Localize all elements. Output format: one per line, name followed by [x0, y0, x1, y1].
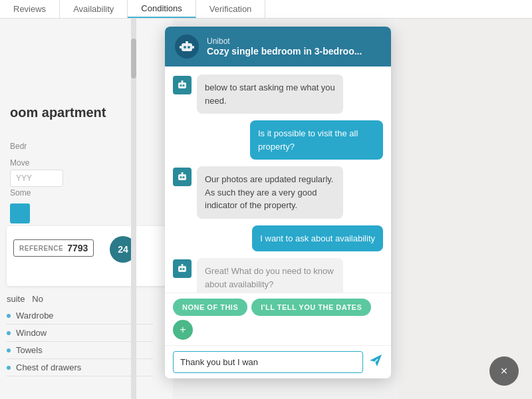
bedroom-label: Bedr: [10, 142, 163, 151]
chat-header-info: Unibot Cozy single bedroom in 3-bedroo..…: [207, 37, 362, 57]
quick-reply-dates[interactable]: I'LL TELL YOU THE DATES: [251, 299, 371, 316]
suite-value: No: [32, 294, 43, 304]
svg-point-11: [180, 176, 182, 178]
tab-availability[interactable]: Availability: [60, 0, 128, 18]
suite-label: suite: [7, 294, 25, 304]
svg-rect-6: [178, 82, 186, 88]
svg-point-2: [188, 46, 190, 49]
chat-overlay: Unibot Cozy single bedroom in 3-bedroo..…: [165, 27, 391, 378]
svg-rect-4: [180, 46, 182, 49]
bot-avatar-2: [173, 168, 192, 186]
svg-rect-17: [182, 264, 184, 266]
bot-message-bubble-1: below to start asking me what you need.: [197, 74, 343, 114]
svg-rect-5: [192, 46, 194, 49]
chat-header: Unibot Cozy single bedroom in 3-bedroo..…: [165, 27, 391, 66]
tab-reviews[interactable]: Reviews: [0, 0, 60, 18]
bot-message-bubble-2: Our photos are updated regularly. As suc…: [197, 166, 343, 219]
bot-message-bubble-3: Great! What do you need to know about av…: [197, 258, 343, 293]
quick-reply-none[interactable]: NONE OF THIS: [173, 299, 247, 316]
svg-rect-3: [186, 41, 188, 43]
svg-rect-0: [182, 43, 192, 51]
bot-avatar-3: [173, 259, 192, 278]
reference-number: 7793: [67, 243, 88, 253]
svg-point-16: [183, 268, 185, 270]
some-label: Some: [10, 188, 163, 198]
svg-point-8: [183, 84, 185, 86]
bot-message-2: Our photos are updated regularly. As suc…: [173, 166, 383, 219]
svg-rect-14: [178, 266, 186, 272]
bot-message-3: Great! What do you need to know about av…: [173, 258, 383, 293]
chat-property-title: Cozy single bedroom in 3-bedroo...: [207, 46, 362, 57]
svg-rect-10: [178, 174, 186, 180]
reference-badge: REFERENCE 7793: [13, 239, 94, 257]
close-button[interactable]: ×: [489, 356, 519, 386]
dot-icon: [7, 314, 11, 318]
tab-conditions[interactable]: Conditions: [128, 0, 196, 18]
right-panel: [399, 19, 532, 399]
svg-point-1: [184, 46, 186, 49]
user-message-2: I want to ask about availability: [173, 225, 383, 252]
date-input[interactable]: YYY: [10, 170, 63, 187]
bot-avatar-1: [173, 76, 192, 94]
chatbot-icon: [175, 35, 199, 59]
room-title: oom apartment: [10, 105, 163, 120]
send-button[interactable]: [368, 353, 383, 371]
move-label: Move: [10, 158, 163, 168]
reference-card: REFERENCE 7793 24: [7, 226, 166, 286]
reference-label: REFERENCE: [19, 245, 63, 252]
quick-reply-plus[interactable]: +: [173, 320, 193, 340]
chatbot-name: Unibot: [207, 37, 362, 46]
scrollbar-track: [131, 19, 136, 399]
dot-icon: [7, 331, 11, 335]
chat-messages: below to start asking me what you need. …: [165, 66, 391, 293]
svg-rect-9: [182, 80, 184, 82]
svg-point-12: [183, 176, 185, 178]
dot-icon: [7, 366, 11, 370]
user-message-1: Is it possible to visit the all property…: [173, 120, 383, 160]
svg-point-7: [180, 84, 182, 86]
scrollbar-thumb[interactable]: [131, 39, 136, 78]
user-message-bubble-1: Is it possible to visit the all property…: [250, 120, 383, 160]
quick-replies: NONE OF THIS I'LL TELL YOU THE DATES +: [165, 293, 391, 345]
svg-point-15: [180, 268, 182, 270]
bot-message-1: below to start asking me what you need.: [173, 74, 383, 114]
suite-row: suite No: [7, 294, 43, 304]
top-nav: Reviews Availability Conditions Verifica…: [0, 0, 532, 19]
svg-rect-13: [182, 172, 184, 174]
chat-input-row: [165, 345, 391, 378]
dot-icon: [7, 348, 11, 352]
tab-verification[interactable]: Verification: [196, 0, 266, 18]
user-message-bubble-2: I want to ask about availability: [252, 225, 383, 252]
chat-input[interactable]: [173, 351, 363, 373]
